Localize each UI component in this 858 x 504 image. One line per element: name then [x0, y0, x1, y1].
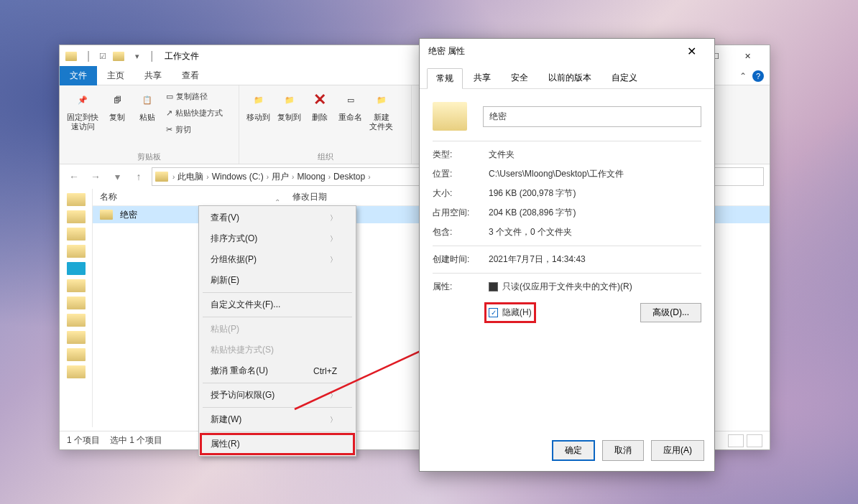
newfolder-button[interactable]: 📁 新建 文件夹	[369, 88, 393, 131]
chevron-right-icon[interactable]: ›	[206, 173, 208, 181]
chevron-up-icon[interactable]: ⌃	[275, 198, 280, 206]
dropdown-icon[interactable]: ▾	[132, 50, 143, 62]
location-value: C:\Users\Mloong\Desktop\工作文件	[489, 168, 701, 180]
rename-icon: ▭	[339, 88, 362, 111]
collapse-ribbon-button[interactable]: ⌃	[734, 71, 752, 81]
breadcrumb[interactable]: Windows (C:)	[211, 172, 265, 182]
readonly-checkbox[interactable]: ■ 只读(仅应用于文件夹中的文件)(R)	[489, 281, 632, 293]
chevron-right-icon[interactable]: ›	[292, 173, 294, 181]
menu-new[interactable]: 新建(W)〉	[200, 409, 354, 430]
chevron-right-icon: 〉	[330, 255, 337, 265]
close-button[interactable]: ✕	[732, 45, 764, 67]
size-on-disk-value: 204 KB (208,896 字节)	[489, 207, 701, 219]
sidebar-item[interactable]	[67, 245, 86, 258]
recent-button[interactable]: ▾	[109, 168, 126, 185]
folder-icon	[155, 172, 168, 182]
help-icon[interactable]: ?	[752, 70, 764, 82]
name-input[interactable]: 绝密	[483, 106, 701, 127]
type-label: 类型:	[433, 149, 489, 161]
breadcrumb[interactable]: 用户	[270, 171, 290, 183]
menu-sort[interactable]: 排序方式(O)〉	[200, 228, 354, 249]
menu-give-access[interactable]: 授予访问权限(G)〉	[200, 385, 354, 406]
sidebar-item[interactable]	[67, 297, 86, 309]
paste-shortcut-button[interactable]: ↗粘贴快捷方式	[166, 106, 223, 120]
chevron-right-icon: 〉	[330, 415, 337, 425]
pin-button[interactable]: 📌 固定到快 速访问	[67, 88, 98, 131]
moveto-icon: 📁	[247, 88, 270, 111]
tab-share[interactable]: 共享	[464, 67, 500, 88]
sidebar-item[interactable]	[67, 262, 86, 275]
chevron-right-icon[interactable]: ›	[172, 173, 175, 181]
location-label: 位置:	[433, 168, 489, 180]
type-value: 文件夹	[489, 149, 701, 161]
copyto-button[interactable]: 📁 复制到	[277, 88, 301, 122]
tab-custom[interactable]: 自定义	[602, 67, 647, 88]
forward-button[interactable]: →	[87, 168, 104, 185]
chevron-right-icon[interactable]: ›	[368, 173, 370, 181]
sidebar-item[interactable]	[67, 348, 86, 361]
breadcrumb[interactable]: Desktop	[332, 172, 366, 182]
scissors-icon: ✂	[166, 125, 172, 134]
size-value: 196 KB (200,978 字节)	[489, 187, 701, 200]
menu-refresh[interactable]: 刷新(E)	[200, 270, 354, 291]
tab-file[interactable]: 文件	[60, 66, 97, 85]
menu-view[interactable]: 查看(V)〉	[200, 207, 354, 228]
menu-customize[interactable]: 自定义文件夹(F)...	[200, 294, 354, 315]
view-large-button[interactable]	[747, 434, 762, 447]
dialog-tabs: 常规 共享 安全 以前的版本 自定义	[420, 63, 714, 89]
menu-group[interactable]: 分组依据(P)〉	[200, 249, 354, 270]
folder-icon	[433, 102, 467, 131]
sidebar-item[interactable]	[67, 210, 86, 223]
sidebar-item[interactable]	[67, 331, 86, 344]
back-button[interactable]: ←	[65, 168, 83, 185]
tab-view[interactable]: 查看	[172, 66, 209, 85]
apply-button[interactable]: 应用(A)	[651, 440, 704, 461]
chevron-right-icon[interactable]: ›	[328, 173, 331, 181]
hidden-checkbox[interactable]: ✓ 隐藏(H)	[489, 307, 532, 319]
dialog-footer: 确定 取消 应用(A)	[420, 433, 714, 471]
copy-button[interactable]: 🗐 复制	[106, 88, 129, 122]
rename-button[interactable]: ▭ 重命名	[338, 88, 362, 122]
folder-icon	[65, 52, 77, 61]
sidebar-item[interactable]	[67, 228, 86, 241]
sidebar-item[interactable]	[67, 314, 86, 327]
newfolder-icon: 📁	[370, 88, 393, 111]
moveto-button[interactable]: 📁 移动到	[246, 88, 270, 122]
status-selection: 选中 1 个项目	[110, 434, 162, 447]
delete-button[interactable]: ✕ 删除	[308, 88, 331, 122]
col-name[interactable]: 名称	[93, 191, 285, 203]
up-button[interactable]: ↑	[130, 168, 147, 185]
view-details-button[interactable]	[728, 434, 744, 447]
sidebar-item[interactable]	[67, 365, 86, 378]
tab-previous-versions[interactable]: 以前的版本	[539, 67, 601, 88]
properties-dialog: 绝密 属性 ✕ 常规 共享 安全 以前的版本 自定义 绝密 类型:文件夹 位置:…	[419, 38, 715, 472]
paste-button[interactable]: 📋 粘贴	[136, 88, 159, 122]
col-modified[interactable]: 修改日期	[285, 191, 334, 203]
dialog-title: 绝密 属性	[428, 45, 465, 57]
close-button[interactable]: ✕	[677, 39, 706, 63]
copy-path-button[interactable]: ▭复制路径	[166, 90, 223, 103]
cancel-button[interactable]: 取消	[602, 440, 644, 461]
contains-value: 3 个文件，0 个文件夹	[489, 226, 701, 238]
sidebar-item[interactable]	[67, 193, 86, 206]
breadcrumb[interactable]: Mloong	[295, 172, 326, 182]
tab-home[interactable]: 主页	[97, 66, 134, 85]
tab-share[interactable]: 共享	[134, 66, 172, 85]
tab-security[interactable]: 安全	[502, 67, 538, 88]
checkbox-icon[interactable]: ☑	[97, 50, 109, 62]
created-label: 创建时间:	[433, 253, 489, 266]
cut-button[interactable]: ✂剪切	[166, 123, 223, 136]
sidebar-item[interactable]	[67, 279, 86, 292]
advanced-button[interactable]: 高级(D)...	[640, 303, 701, 322]
menu-properties[interactable]: 属性(R)	[200, 434, 354, 454]
context-menu: ⌃ 查看(V)〉 排序方式(O)〉 分组依据(P)〉 刷新(E) 自定义文件夹(…	[198, 205, 356, 457]
chevron-right-icon[interactable]: ›	[267, 173, 269, 181]
dialog-titlebar[interactable]: 绝密 属性 ✕	[420, 39, 714, 63]
tab-general[interactable]: 常规	[427, 68, 463, 89]
breadcrumb[interactable]: 此电脑	[176, 171, 205, 183]
folder-icon	[113, 52, 124, 61]
nav-pane[interactable]	[60, 189, 93, 427]
menu-paste: 粘贴(P)	[200, 319, 354, 340]
ok-button[interactable]: 确定	[552, 440, 595, 461]
menu-undo[interactable]: 撤消 重命名(U)Ctrl+Z	[200, 360, 354, 381]
